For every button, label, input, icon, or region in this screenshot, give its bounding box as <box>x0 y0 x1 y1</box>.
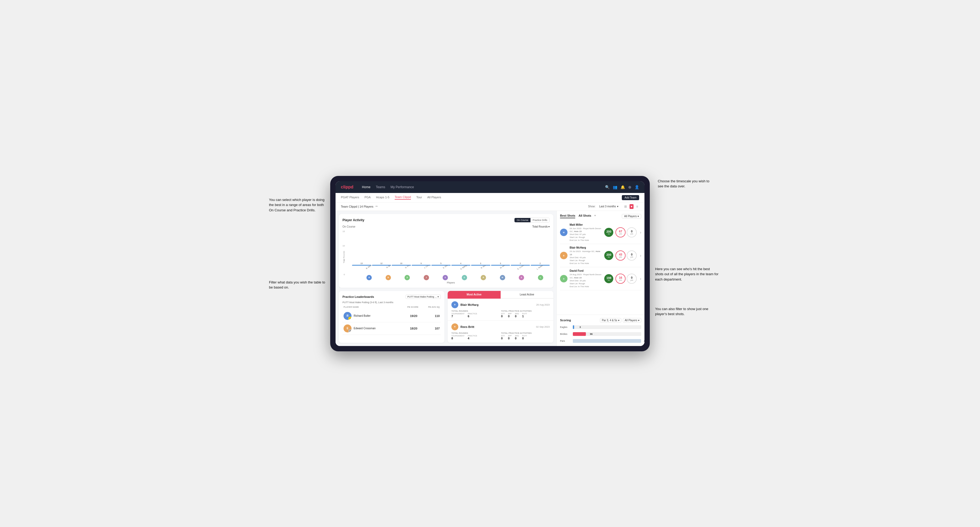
heart-view-icon[interactable]: ♥ <box>630 204 633 209</box>
shot-player-info: Matt Miller09 Jun 2023 · Royal North Dev… <box>570 223 602 242</box>
account-icon[interactable]: 👤 <box>635 185 639 189</box>
active-player-info: BBlair McHarg <box>451 301 479 308</box>
show-dropdown[interactable]: Last 3 months ▾ <box>599 205 618 208</box>
rounds-label: Total Rounds <box>451 332 500 334</box>
right-panel: Best Shots All Shots ▾ All Players ▾ <box>557 211 644 346</box>
add-team-button[interactable]: Add Team <box>622 195 639 200</box>
stat-num-2: 0 <box>631 253 632 256</box>
best-shots-section: Best Shots All Shots ▾ All Players ▾ <box>557 211 644 315</box>
x-axis-label: M. Miller <box>495 265 515 275</box>
leaderboard-row[interactable]: E2Edward Crossman18/20107 <box>342 322 441 335</box>
par-dropdown[interactable]: Par 3, 4 & 5s ▾ <box>600 318 621 322</box>
shot-player-name: Blair McHarg <box>570 246 586 249</box>
total-rounds-dropdown[interactable]: Total Rounds ▾ <box>532 225 550 228</box>
subnav-pgat[interactable]: PGAT Players <box>341 195 359 199</box>
rounds-stat-item: Practice4 <box>468 335 477 340</box>
annotation-best-shots: Here you can see who's hit the best shot… <box>655 267 719 282</box>
player-info: R1Richard Butler <box>344 312 395 320</box>
stat-unit-2: yds <box>630 256 633 258</box>
shots-dropdown[interactable]: ▾ <box>594 214 596 218</box>
players-filter-dropdown[interactable]: All Players ▾ <box>623 318 641 322</box>
bar-group: 3 <box>491 262 510 265</box>
add-circle-icon[interactable]: ⊕ <box>628 185 632 189</box>
stat-unit-1: yds <box>619 256 622 258</box>
avatar: B <box>366 275 372 280</box>
scoring-bar-value: 3 <box>579 326 581 329</box>
x-avatar: E <box>436 275 455 280</box>
leaderboard-row[interactable]: R1Richard Butler19/20110 <box>342 310 441 322</box>
tablet-frame: clippd Home Teams My Performance 🔍 👥 🔔 ⊕… <box>330 176 650 351</box>
shot-badge-num: 200 <box>606 253 611 256</box>
rank-badge: 1 <box>348 317 352 320</box>
active-player-header: BBlair McHarg26 Aug 2023 <box>451 301 550 308</box>
grid-view-icon[interactable]: ⊞ <box>623 204 628 209</box>
drill-selector[interactable]: PUTT Must Make Putting ... ▾ <box>406 295 441 299</box>
nav-my-performance[interactable]: My Performance <box>390 185 414 189</box>
col-pb-avg: PB AVG SQ <box>418 306 440 308</box>
avatar: R1 <box>344 312 352 320</box>
stat-num-1: 43 <box>619 253 622 256</box>
scoring-bar-value: 499 <box>644 340 644 342</box>
avatar: J <box>424 275 429 280</box>
practice-value: 1 <box>522 314 527 318</box>
subnav-pga[interactable]: PGA <box>364 195 371 199</box>
shot-player-info: Blair McHarg23 Jul 2023 · Ashridge GC, H… <box>570 246 602 265</box>
x-axis: B. McHargR. BrittD. FordJ. ColesE. Ebert… <box>352 265 550 275</box>
chevron-right-icon: › <box>640 253 641 258</box>
avatar: R <box>386 275 391 280</box>
scoring-bar-value: 96 <box>590 333 593 335</box>
people-icon[interactable]: 👥 <box>613 185 617 189</box>
shot-card[interactable]: BBlair McHarg23 Jul 2023 · Ashridge GC, … <box>560 244 641 267</box>
subnav-all-players[interactable]: All Players <box>428 195 441 199</box>
least-active-tab[interactable]: Least Active <box>501 291 554 298</box>
nav-teams[interactable]: Teams <box>376 185 385 189</box>
subnav-team-clippd[interactable]: Team Clippd <box>395 195 411 200</box>
active-player-date: 26 Aug 2023 <box>536 303 550 306</box>
scoring-label: Pars <box>560 340 571 342</box>
rounds-stat-item: Tournament8 <box>451 335 465 340</box>
shot-player-name: Matt Miller <box>570 223 583 226</box>
x-axis-label: L. Robertson <box>533 265 550 275</box>
best-shots-tab[interactable]: Best Shots <box>560 214 575 218</box>
shot-card[interactable]: DDavid Ford24 Aug 2023 · Royal North Dev… <box>560 267 641 290</box>
edit-icon[interactable]: ✏ <box>375 205 378 208</box>
shots-tabs: Best Shots All Shots ▾ <box>560 214 596 218</box>
subnav-hcaps[interactable]: Hcaps 1-5 <box>376 195 389 199</box>
practice-value: 0 <box>522 337 527 340</box>
most-active-tab[interactable]: Most Active <box>448 291 501 298</box>
bar-value-label: 3 <box>480 262 481 264</box>
drill-subtitle: PUTT Must Make Putting (3-6 ft), Last 3 … <box>342 301 441 304</box>
practice-stat-item: PUTT0 <box>522 335 527 340</box>
avatar: L <box>538 275 543 280</box>
list-view-icon[interactable]: ≡ <box>635 204 639 209</box>
subnav-tour[interactable]: Tour <box>416 195 422 199</box>
all-shots-tab[interactable]: All Shots <box>578 214 591 218</box>
shot-card[interactable]: MMatt Miller09 Jun 2023 · Royal North De… <box>560 221 641 244</box>
stat-unit-2: yds <box>630 279 633 281</box>
search-icon[interactable]: 🔍 <box>605 185 609 189</box>
team-header: Team Clippd | 14 Players ✏ Show: Last 3 … <box>336 203 644 211</box>
x-axis-label: B. McHarg <box>362 265 382 275</box>
practice-drills-toggle[interactable]: Practice Drills <box>530 218 549 222</box>
scoring-label: Eagles <box>560 326 571 329</box>
avatar: R <box>481 275 486 280</box>
nav-home[interactable]: Home <box>362 185 371 189</box>
avatar: E <box>519 275 524 280</box>
all-players-label: All Players <box>624 215 637 218</box>
rounds-sublabel: Tournament <box>451 335 465 337</box>
practice-sublabel: APP <box>508 313 512 314</box>
practice-group: Total Practice ActivitiesGTT0APP0ARG0PUT… <box>501 332 550 340</box>
rounds-sublabel: Tournament <box>451 313 465 314</box>
shot-badge: 200SG <box>604 251 613 260</box>
on-course-toggle[interactable]: On Course <box>514 218 530 222</box>
bar-group: 13 <box>352 262 371 265</box>
top-nav: clippd Home Teams My Performance 🔍 👥 🔔 ⊕… <box>336 181 644 193</box>
pb-avg: 107 <box>418 327 440 330</box>
all-players-dropdown[interactable]: All Players ▾ <box>622 214 641 219</box>
bar-group: 10 <box>392 262 411 265</box>
bar-group: 12 <box>372 262 391 265</box>
x-axis-label: D. Billingham <box>457 265 477 275</box>
bar-group: 3 <box>471 262 490 265</box>
active-players-container: BBlair McHarg26 Aug 2023Total RoundsTour… <box>448 298 554 343</box>
bell-icon[interactable]: 🔔 <box>620 185 625 189</box>
